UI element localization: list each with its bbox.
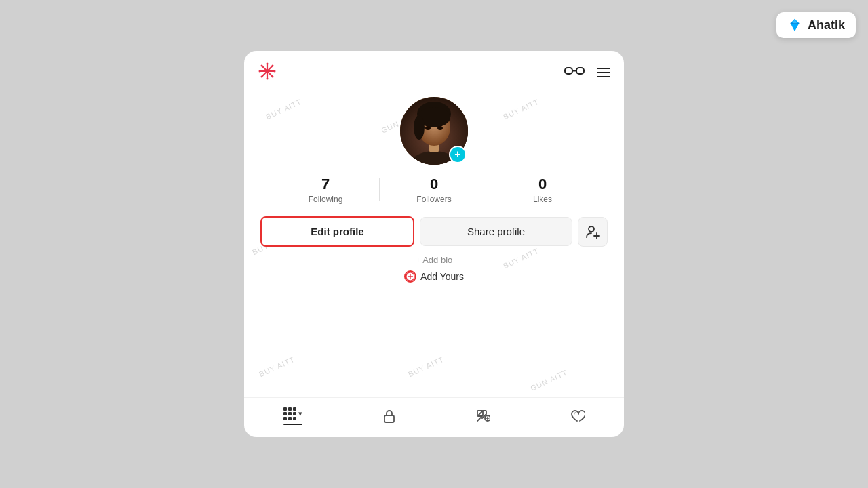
avatar-section: + <box>244 90 624 176</box>
grid-icon <box>283 407 296 420</box>
stat-followers[interactable]: 0 Followers <box>380 176 488 204</box>
avatar-wrapper: + <box>400 97 468 165</box>
following-count: 7 <box>271 176 380 193</box>
stats-row: 7 Following 0 Followers 0 Likes <box>244 176 624 204</box>
lock-icon <box>382 409 397 424</box>
svg-rect-12 <box>565 68 572 74</box>
followers-label: Followers <box>380 195 488 204</box>
svg-point-10 <box>272 65 274 67</box>
svg-rect-13 <box>576 68 584 74</box>
followers-count: 0 <box>380 176 488 193</box>
share-profile-button[interactable]: Share profile <box>420 217 572 246</box>
phone-container: BUY AITT GUN AITT BUY AITT BUY AITT BUY … <box>244 51 624 437</box>
svg-point-9 <box>272 76 274 78</box>
add-bio-button[interactable]: + Add bio <box>244 255 624 265</box>
bottom-nav: ▾ <box>244 397 624 438</box>
tag-icon <box>475 409 490 424</box>
svg-point-11 <box>261 76 263 78</box>
nav-posts-tab[interactable]: ▾ <box>273 405 313 428</box>
svg-point-6 <box>259 70 261 73</box>
app-header <box>244 51 624 90</box>
ahatik-title: Ahatik <box>808 18 845 33</box>
add-friend-button[interactable] <box>578 217 608 247</box>
svg-rect-30 <box>384 415 394 422</box>
edit-profile-button[interactable]: Edit profile <box>260 216 414 247</box>
nav-liked-tab[interactable] <box>559 406 595 426</box>
nav-repost-tab[interactable] <box>371 406 408 426</box>
actions-row: Edit profile Share profile <box>244 216 624 247</box>
svg-point-5 <box>267 78 269 80</box>
add-yours-label: Add Yours <box>420 271 464 282</box>
header-right <box>564 64 610 81</box>
svg-point-21 <box>414 115 425 140</box>
svg-point-4 <box>267 63 269 65</box>
svg-point-23 <box>437 126 443 130</box>
avatar-add-button[interactable]: + <box>449 146 467 163</box>
glasses-icon[interactable] <box>564 64 585 81</box>
add-yours-button[interactable]: Add Yours <box>244 270 624 283</box>
liked-icon <box>570 409 585 424</box>
stat-likes[interactable]: 0 Likes <box>488 176 597 204</box>
likes-label: Likes <box>488 195 597 204</box>
nav-tagged-tab[interactable] <box>465 406 501 426</box>
ahatik-badge: Ahatik <box>776 12 856 38</box>
svg-point-24 <box>589 226 594 232</box>
add-yours-icon <box>404 270 416 283</box>
app-logo-icon <box>258 62 277 83</box>
hamburger-menu-icon[interactable] <box>597 68 610 77</box>
svg-point-22 <box>425 126 431 130</box>
stat-following[interactable]: 7 Following <box>271 176 380 204</box>
likes-count: 0 <box>488 176 597 193</box>
ahatik-logo-icon <box>787 18 802 33</box>
svg-point-7 <box>274 70 276 73</box>
following-label: Following <box>271 195 380 204</box>
svg-point-8 <box>261 65 263 67</box>
